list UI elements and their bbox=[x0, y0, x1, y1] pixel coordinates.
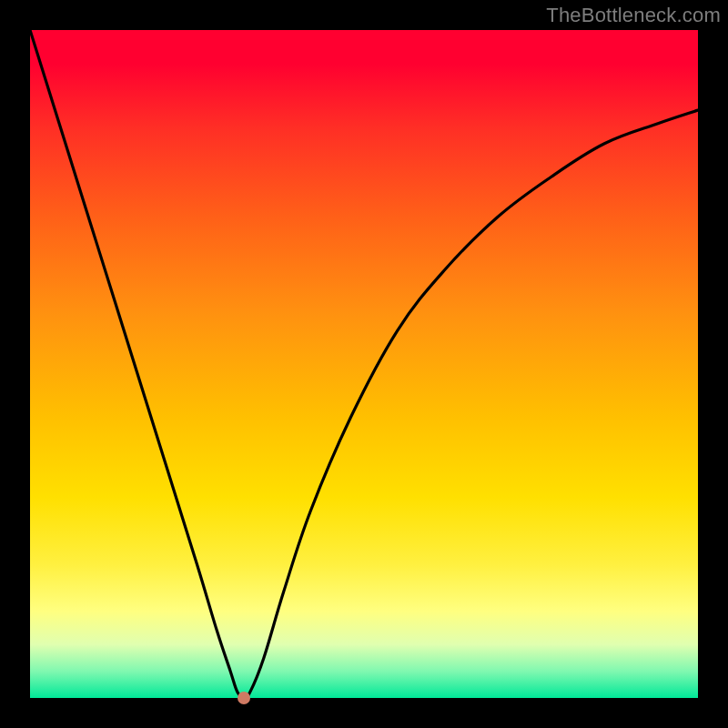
watermark-text: TheBottleneck.com bbox=[546, 4, 721, 27]
curve-path bbox=[30, 30, 698, 698]
optimum-marker-icon bbox=[238, 692, 250, 704]
plot-area bbox=[30, 30, 698, 698]
chart-stage: TheBottleneck.com bbox=[0, 0, 728, 728]
bottleneck-curve bbox=[30, 30, 698, 698]
